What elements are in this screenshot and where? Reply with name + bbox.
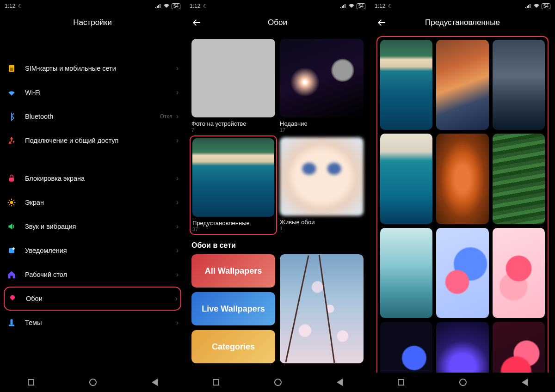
wifi-icon	[533, 4, 540, 8]
network-preview[interactable]	[280, 254, 364, 363]
settings-label: Темы	[25, 319, 176, 326]
card-label: Фото на устройстве	[191, 120, 275, 127]
settings-row-sim[interactable]: SIM-карты и мобильные сети ›	[6, 56, 179, 80]
wallpaper-thumb[interactable]	[380, 134, 432, 224]
signal-icon	[340, 4, 346, 8]
nav-back[interactable]	[337, 379, 343, 386]
page-title: Предустановленные	[425, 18, 500, 27]
wifi-icon	[163, 4, 170, 8]
wallpaper-thumb[interactable]	[493, 322, 545, 373]
screen-wallpaper: 1:12 ☾ 54 Обои Фото на устройстве 7 Неда…	[185, 0, 370, 392]
back-button[interactable]	[376, 18, 388, 29]
card-count: 1	[280, 226, 364, 231]
nav-recent[interactable]	[213, 379, 219, 386]
svg-rect-15	[9, 325, 14, 326]
settings-row-theme[interactable]: Темы ›	[6, 311, 179, 335]
chevron-right-icon: ›	[176, 112, 179, 121]
wallpaper-thumb[interactable]	[380, 228, 432, 318]
svg-line-9	[13, 204, 14, 205]
back-button[interactable]	[191, 18, 203, 29]
settings-row-wifi[interactable]: Wi-Fi ›	[6, 80, 179, 104]
home-icon	[6, 270, 17, 280]
card-label: Живые обои	[280, 219, 364, 226]
nav-back[interactable]	[522, 379, 528, 386]
preinstalled-grid	[380, 40, 545, 373]
wallpaper-source-card[interactable]: Живые обои 1	[280, 137, 364, 233]
wallpaper-thumb[interactable]	[380, 322, 432, 373]
status-bar: 1:12 ☾ 54	[0, 0, 185, 12]
network-category[interactable]: All Wallpapers	[191, 254, 275, 288]
network-category[interactable]: Categories	[191, 330, 275, 363]
settings-label: SIM-карты и мобильные сети	[25, 65, 176, 72]
settings-row-sound[interactable]: Звук и вибрация ›	[6, 214, 179, 239]
nav-home[interactable]	[459, 379, 467, 386]
sound-icon	[6, 221, 17, 232]
nav-back[interactable]	[152, 379, 158, 386]
svg-rect-1	[10, 67, 13, 71]
svg-line-8	[9, 200, 10, 201]
status-bar: 1:12 ☾ 54	[185, 0, 370, 12]
card-count: 17	[280, 127, 364, 133]
dnd-icon: ☾	[18, 3, 23, 9]
settings-row-sun[interactable]: Экран ›	[6, 190, 179, 214]
header: Предустановленные	[370, 12, 555, 33]
settings-label: Подключение и общий доступ	[25, 137, 176, 144]
screen-preinstalled: 1:12 ☾ 54 Предустановленные	[370, 0, 555, 392]
chevron-right-icon: ›	[176, 318, 179, 327]
wallpaper-thumb[interactable]	[380, 40, 432, 130]
sim-icon	[6, 63, 17, 74]
highlight-box	[376, 36, 549, 373]
svg-line-11	[13, 200, 14, 201]
header: Обои	[185, 12, 370, 33]
settings-row-bt[interactable]: Bluetooth Откл ›	[6, 104, 179, 129]
chevron-right-icon: ›	[176, 174, 179, 183]
status-bar: 1:12 ☾ 54	[370, 0, 555, 12]
wallpaper-thumb[interactable]	[436, 228, 488, 318]
svg-line-10	[9, 204, 10, 205]
nav-home[interactable]	[89, 379, 97, 386]
lock-icon	[6, 173, 17, 184]
page-title: Настройки	[73, 18, 111, 27]
chevron-right-icon: ›	[176, 88, 179, 97]
wallp-icon	[7, 294, 18, 304]
settings-row-lock[interactable]: Блокировка экрана ›	[6, 166, 179, 190]
chevron-right-icon: ›	[176, 222, 179, 231]
settings-label: Рабочий стол	[25, 271, 176, 278]
status-time: 1:12	[5, 3, 15, 9]
network-category[interactable]: Live Wallpapers	[191, 292, 275, 325]
settings-row-notif[interactable]: Уведомления ›	[6, 239, 179, 263]
chevron-right-icon: ›	[176, 246, 179, 255]
wallpaper-thumb[interactable]	[436, 322, 488, 373]
settings-label: Блокировка экрана	[25, 175, 176, 182]
settings-row-share[interactable]: Подключение и общий доступ ›	[6, 129, 179, 153]
battery-indicator: 54	[172, 3, 180, 9]
wallpaper-thumb[interactable]	[436, 40, 488, 130]
card-count: 7	[191, 127, 275, 133]
chevron-right-icon: ›	[176, 198, 179, 207]
wallpaper-source-card[interactable]: Недавние 17	[280, 39, 364, 133]
bt-icon	[6, 111, 17, 122]
nav-home[interactable]	[274, 379, 282, 386]
wallpaper-source-card[interactable]: Предустановленные 37	[192, 138, 274, 232]
settings-list: SIM-карты и мобильные сети › Wi-Fi › Blu…	[6, 56, 179, 335]
chevron-right-icon: ›	[176, 270, 179, 279]
header: Настройки	[0, 12, 185, 33]
settings-label: Bluetooth	[25, 113, 160, 120]
svg-rect-14	[11, 319, 13, 325]
wifi-icon	[6, 87, 17, 98]
wallpaper-thumb[interactable]	[493, 134, 545, 224]
wallpaper-thumb[interactable]	[493, 40, 545, 130]
wallpaper-thumb[interactable]	[436, 134, 488, 224]
section-heading: Обои в сети	[191, 241, 364, 250]
wallpaper-thumb[interactable]	[493, 228, 545, 318]
wallpaper-source-card[interactable]: Фото на устройстве 7	[191, 39, 275, 133]
sun-icon	[6, 197, 17, 208]
settings-row-wallp[interactable]: Обои ›	[4, 287, 181, 311]
chevron-right-icon: ›	[176, 136, 179, 145]
screen-settings: 1:12 ☾ 54 Настройки SIM-карты и мобильны…	[0, 0, 185, 392]
signal-icon	[525, 4, 531, 8]
nav-recent[interactable]	[28, 379, 34, 386]
nav-recent[interactable]	[398, 379, 404, 386]
settings-row-home[interactable]: Рабочий стол ›	[6, 263, 179, 287]
nav-bar	[370, 373, 555, 392]
